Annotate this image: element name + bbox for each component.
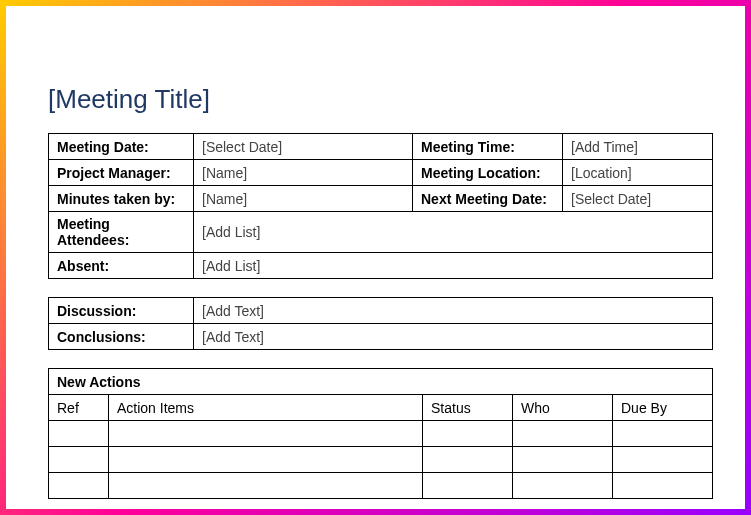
minutes-taken-by-label: Minutes taken by: bbox=[49, 186, 194, 212]
meeting-date-label: Meeting Date: bbox=[49, 134, 194, 160]
conclusions-label: Conclusions: bbox=[49, 324, 194, 350]
next-meeting-date-label: Next Meeting Date: bbox=[413, 186, 563, 212]
col-who: Who bbox=[513, 395, 613, 421]
discussion-label: Discussion: bbox=[49, 298, 194, 324]
meeting-time-label: Meeting Time: bbox=[413, 134, 563, 160]
meeting-meta-table: Meeting Date: [Select Date] Meeting Time… bbox=[48, 133, 713, 279]
minutes-taken-by-value[interactable]: [Name] bbox=[194, 186, 413, 212]
col-item: Action Items bbox=[109, 395, 423, 421]
action-row[interactable] bbox=[49, 447, 713, 473]
action-row[interactable] bbox=[49, 421, 713, 447]
action-row[interactable] bbox=[49, 473, 713, 499]
project-manager-label: Project Manager: bbox=[49, 160, 194, 186]
meeting-date-value[interactable]: [Select Date] bbox=[194, 134, 413, 160]
col-ref: Ref bbox=[49, 395, 109, 421]
new-actions-table: New Actions Ref Action Items Status Who … bbox=[48, 368, 713, 499]
col-status: Status bbox=[423, 395, 513, 421]
next-meeting-date-value[interactable]: [Select Date] bbox=[563, 186, 713, 212]
meeting-attendees-label: Meeting Attendees: bbox=[49, 212, 194, 253]
meeting-location-label: Meeting Location: bbox=[413, 160, 563, 186]
discussion-value[interactable]: [Add Text] bbox=[194, 298, 713, 324]
new-actions-heading: New Actions bbox=[49, 369, 713, 395]
meeting-time-value[interactable]: [Add Time] bbox=[563, 134, 713, 160]
project-manager-value[interactable]: [Name] bbox=[194, 160, 413, 186]
absent-value[interactable]: [Add List] bbox=[194, 253, 713, 279]
conclusions-value[interactable]: [Add Text] bbox=[194, 324, 713, 350]
meeting-attendees-value[interactable]: [Add List] bbox=[194, 212, 713, 253]
meeting-title[interactable]: [Meeting Title] bbox=[48, 84, 713, 115]
document-page: [Meeting Title] Meeting Date: [Select Da… bbox=[6, 6, 745, 509]
col-dueby: Due By bbox=[613, 395, 713, 421]
meeting-location-value[interactable]: [Location] bbox=[563, 160, 713, 186]
absent-label: Absent: bbox=[49, 253, 194, 279]
meeting-notes-table: Discussion: [Add Text] Conclusions: [Add… bbox=[48, 297, 713, 350]
